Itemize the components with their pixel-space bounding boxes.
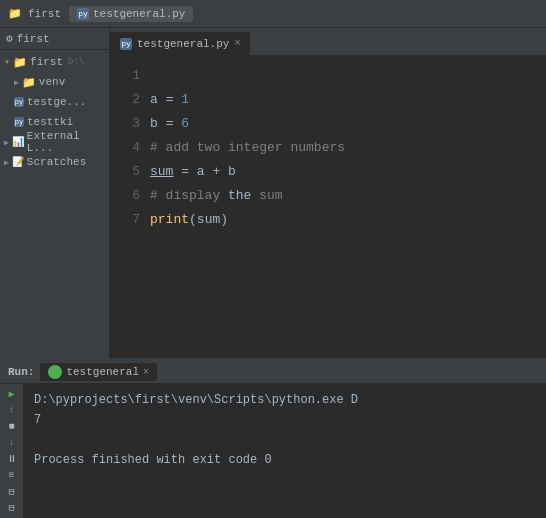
tree-venv-label: venv bbox=[39, 76, 65, 88]
title-first-label: first bbox=[28, 8, 61, 20]
code-area: 1 2 3 4 5 6 7 a = 1 b = 6 # add two inte… bbox=[110, 56, 546, 358]
tree-testge-label: testge... bbox=[27, 96, 86, 108]
output-line-1: D:\pyprojects\first\venv\Scripts\python.… bbox=[34, 390, 536, 410]
title-bar-first-tab[interactable]: 📁 first bbox=[8, 7, 61, 20]
project-panel-header: ⚙ first bbox=[0, 28, 109, 50]
run-play-button[interactable]: ▶ bbox=[3, 388, 21, 400]
folder-first-icon: 📁 bbox=[13, 56, 27, 69]
run-tab-close[interactable]: × bbox=[143, 367, 149, 378]
title-file-label: testgeneral.py bbox=[93, 8, 185, 20]
tree-testtki-label: testtki bbox=[27, 116, 73, 128]
line-num-4: 4 bbox=[114, 136, 140, 160]
expand-external-icon bbox=[4, 136, 9, 148]
py-testtki-icon: py bbox=[14, 117, 24, 127]
external-icon: 📊 bbox=[12, 136, 24, 148]
project-header-label: first bbox=[17, 33, 50, 45]
run-tabs: Run: testgeneral × bbox=[0, 360, 546, 384]
expand-venv-icon bbox=[14, 76, 19, 88]
run-scroll-button[interactable]: ≡ bbox=[3, 469, 21, 481]
run-toolbar: ▶ ↑ ■ ↓ ⏸ ≡ ⊟ ⊟ bbox=[0, 384, 24, 518]
code-content[interactable]: a = 1 b = 6 # add two integer numbers su… bbox=[146, 56, 546, 358]
run-status-dot bbox=[48, 365, 62, 379]
code-line-6: print(sum) bbox=[150, 212, 228, 227]
line-num-3: 3 bbox=[114, 112, 140, 136]
main-area: ⚙ first 📁 first D:\ 📁 venv py testge... bbox=[0, 28, 546, 358]
code-line-5: # display the sum bbox=[150, 188, 283, 203]
run-body: ▶ ↑ ■ ↓ ⏸ ≡ ⊟ ⊟ D:\pyprojects\first\venv… bbox=[0, 384, 546, 518]
editor-tabs: py testgeneral.py × bbox=[110, 28, 546, 56]
folder-venv-icon: 📁 bbox=[22, 76, 36, 89]
editor-tab-testgeneral[interactable]: py testgeneral.py × bbox=[110, 31, 251, 55]
run-pause-button[interactable]: ⏸ bbox=[3, 453, 21, 465]
run-stop-button[interactable]: ■ bbox=[3, 421, 21, 433]
tree-item-scratches[interactable]: 📝 Scratches bbox=[0, 152, 109, 172]
code-line-3: # add two integer numbers bbox=[150, 140, 345, 155]
run-output: D:\pyprojects\first\venv\Scripts\python.… bbox=[24, 384, 546, 518]
line-num-6: 6 bbox=[114, 184, 140, 208]
folder-icon: 📁 bbox=[8, 7, 22, 20]
code-line-1: a = 1 bbox=[150, 92, 189, 107]
editor-area: py testgeneral.py × 1 2 3 4 5 6 7 a = 1 … bbox=[110, 28, 546, 358]
tree-first-path: D:\ bbox=[68, 57, 84, 67]
run-down-button[interactable]: ↓ bbox=[3, 437, 21, 449]
output-line-4: Process finished with exit code 0 bbox=[34, 450, 536, 470]
run-up-button[interactable]: ↑ bbox=[3, 404, 21, 416]
code-line-4: sum = a + b bbox=[150, 164, 236, 179]
tree-item-external[interactable]: 📊 External L... bbox=[0, 132, 109, 152]
project-header-icon: ⚙ bbox=[6, 32, 13, 45]
tree-item-testtki[interactable]: py testtki bbox=[0, 112, 109, 132]
scratches-icon: 📝 bbox=[12, 156, 24, 168]
tab-close-button[interactable]: × bbox=[234, 38, 240, 49]
code-line-2: b = 6 bbox=[150, 116, 189, 131]
run-panel: Run: testgeneral × ▶ ↑ ■ ↓ ⏸ ≡ ⊟ ⊟ D:\py… bbox=[0, 358, 546, 518]
line-num-2: 2 bbox=[114, 88, 140, 112]
python-file-icon: py bbox=[77, 8, 89, 20]
tree-item-first[interactable]: 📁 first D:\ bbox=[0, 52, 109, 72]
line-num-5: 5 bbox=[114, 160, 140, 184]
tab-py-icon: py bbox=[120, 38, 132, 50]
title-bar-file-tab[interactable]: py testgeneral.py bbox=[69, 6, 193, 22]
line-num-1: 1 bbox=[114, 64, 140, 88]
tree-scratches-label: Scratches bbox=[27, 156, 86, 168]
tab-label: testgeneral.py bbox=[137, 38, 229, 50]
tree-external-label: External L... bbox=[27, 130, 105, 154]
run-extra-button[interactable]: ⊟ bbox=[3, 502, 21, 514]
py-testge-icon: py bbox=[14, 97, 24, 107]
output-line-3 bbox=[34, 430, 536, 450]
tree-item-testge[interactable]: py testge... bbox=[0, 92, 109, 112]
line-numbers: 1 2 3 4 5 6 7 bbox=[110, 56, 146, 358]
tree-item-venv[interactable]: 📁 venv bbox=[0, 72, 109, 92]
expand-scratches-icon bbox=[4, 156, 9, 168]
title-bar: 📁 first py testgeneral.py bbox=[0, 0, 546, 28]
tree-first-label: first bbox=[30, 56, 63, 68]
run-tab-testgeneral[interactable]: testgeneral × bbox=[40, 362, 158, 381]
run-settings-button[interactable]: ⊟ bbox=[3, 486, 21, 498]
run-tab-label: testgeneral bbox=[66, 366, 139, 378]
output-line-2: 7 bbox=[34, 410, 536, 430]
line-num-7: 7 bbox=[114, 208, 140, 232]
project-panel: ⚙ first 📁 first D:\ 📁 venv py testge... bbox=[0, 28, 110, 358]
expand-first-icon bbox=[4, 56, 10, 68]
project-tree: 📁 first D:\ 📁 venv py testge... py testt… bbox=[0, 50, 109, 358]
run-label: Run: bbox=[8, 366, 34, 378]
